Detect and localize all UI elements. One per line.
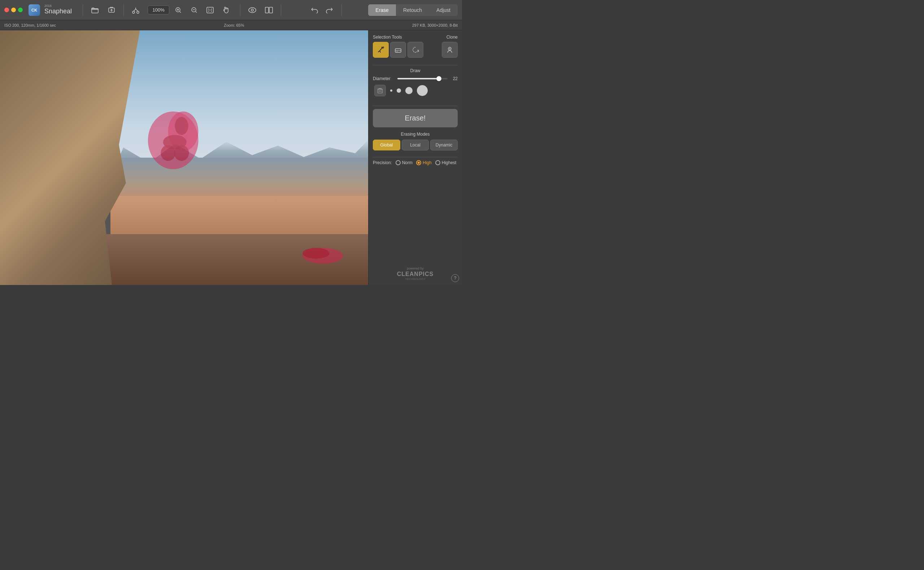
infobar: ISO 200, 120mm, 1/1600 sec Zoom: 65% 297… <box>0 20 462 30</box>
svg-point-8 <box>251 9 253 11</box>
mode-dynamic-button[interactable]: Dynamic <box>430 139 458 150</box>
main-layout: Selection Tools Clone <box>0 30 462 285</box>
share-button[interactable] <box>105 3 118 17</box>
selection-tools-label: Selection Tools <box>373 35 402 40</box>
precision-row: Precision: Norm High Highest <box>373 160 458 165</box>
draw-label: Draw <box>373 68 458 73</box>
modes-row: Global Local Dynamic <box>373 139 458 150</box>
precision-highest-radio[interactable] <box>435 160 441 165</box>
precision-highest-label: Highest <box>442 160 457 165</box>
precision-norm-label: Norm <box>402 160 413 165</box>
app-name: Snapheal <box>45 8 72 15</box>
cleanpics-sub: TECHNOLOGY <box>405 277 425 281</box>
toolbar-sep-5 <box>341 4 342 16</box>
clone-stamp-button[interactable] <box>442 42 458 58</box>
tab-erase[interactable]: Erase <box>368 4 396 16</box>
minimize-button[interactable] <box>11 8 16 12</box>
draw-section: Draw Diameter 22 <box>373 68 458 100</box>
info-left: ISO 200, 120mm, 1/1600 sec <box>4 23 56 28</box>
redo-button[interactable] <box>323 3 336 17</box>
maximize-button[interactable] <box>18 8 23 12</box>
tab-adjust[interactable]: Adjust <box>429 4 458 16</box>
toolbar-sep-4 <box>281 4 281 16</box>
titlebar: CK 2016 Snapheal 100% <box>0 0 462 20</box>
diameter-row: Diameter 22 <box>373 76 458 81</box>
cleanpics-watermark: powered by CLEANPICS TECHNOLOGY <box>373 267 458 281</box>
erase-button[interactable]: Erase! <box>373 109 458 127</box>
svg-point-2 <box>132 11 135 13</box>
selection-tools-group <box>373 42 424 58</box>
hand-tool-button[interactable] <box>219 3 233 17</box>
brush-size-lg[interactable] <box>417 85 428 96</box>
tab-group: Erase Retouch Adjust <box>368 4 458 16</box>
open-button[interactable] <box>88 3 102 17</box>
zoom-in-button[interactable] <box>172 3 185 17</box>
svg-point-21 <box>450 48 450 49</box>
eraser-tool-button[interactable] <box>390 42 406 58</box>
svg-rect-9 <box>265 7 269 13</box>
diameter-label: Diameter <box>373 76 394 81</box>
photo-container <box>0 30 368 285</box>
cut-tool-button[interactable] <box>129 3 143 17</box>
clone-label: Clone <box>447 35 458 40</box>
powered-by-text: powered by <box>373 267 458 270</box>
panels-button[interactable] <box>262 3 276 17</box>
tools-and-clone <box>373 42 458 58</box>
clone-group <box>442 42 458 58</box>
info-center: Zoom: 65% <box>56 23 412 28</box>
precision-label: Precision: <box>373 160 392 165</box>
toolbar-sep-1 <box>83 4 83 16</box>
precision-highest-group: Highest <box>435 160 457 165</box>
svg-point-7 <box>249 8 256 12</box>
zoom-out-button[interactable] <box>187 3 201 17</box>
svg-rect-10 <box>269 7 273 13</box>
mode-local-button[interactable]: Local <box>402 139 429 150</box>
app-title-group: 2016 Snapheal <box>45 4 72 15</box>
divider-3 <box>373 157 458 157</box>
brush-size-xs[interactable] <box>390 89 392 92</box>
divider-1 <box>373 65 458 65</box>
traffic-lights <box>4 8 23 12</box>
toolbar-sep-2 <box>123 4 124 16</box>
tab-retouch[interactable]: Retouch <box>396 4 429 16</box>
close-button[interactable] <box>4 8 9 12</box>
svg-point-3 <box>137 11 139 13</box>
brush-size-md[interactable] <box>405 87 413 94</box>
svg-rect-6 <box>207 7 213 13</box>
lasso-tool-button[interactable] <box>407 42 424 58</box>
divider-2 <box>373 106 458 106</box>
preview-button[interactable] <box>246 3 259 17</box>
mode-global-button[interactable]: Global <box>373 139 400 150</box>
zoom-display: 100% <box>147 5 169 14</box>
brush-tool-button[interactable] <box>373 42 389 58</box>
precision-norm-group: Norm <box>396 160 413 165</box>
undo-button[interactable] <box>307 3 321 17</box>
precision-high-label: High <box>423 160 432 165</box>
diameter-slider[interactable] <box>398 78 448 80</box>
app-icon: CK <box>29 4 40 16</box>
diameter-value: 22 <box>450 76 458 81</box>
erasing-modes-section: Erasing Modes Global Local Dynamic <box>373 132 458 150</box>
canvas-area[interactable] <box>0 30 368 285</box>
toolbar-sep-3 <box>240 4 240 16</box>
svg-rect-22 <box>378 89 382 93</box>
app-year: 2016 <box>45 4 72 8</box>
canyon-near-layer <box>92 234 368 285</box>
brush-sizes-row <box>373 85 458 97</box>
precision-norm-radio[interactable] <box>396 160 401 165</box>
brush-size-sm[interactable] <box>397 88 401 93</box>
info-right: 297 KB, 3000×2000, 8-Bit <box>412 23 458 28</box>
right-panel: Selection Tools Clone <box>368 30 462 285</box>
cleanpics-logo: CLEANPICS <box>397 271 433 277</box>
precision-high-group: High <box>416 160 432 165</box>
nav-arrows <box>307 3 336 17</box>
precision-high-radio[interactable] <box>416 160 421 165</box>
delete-selection-button[interactable] <box>374 85 386 97</box>
erasing-modes-label: Erasing Modes <box>373 132 458 137</box>
help-button[interactable]: ? <box>451 274 459 282</box>
fit-button[interactable] <box>203 3 217 17</box>
